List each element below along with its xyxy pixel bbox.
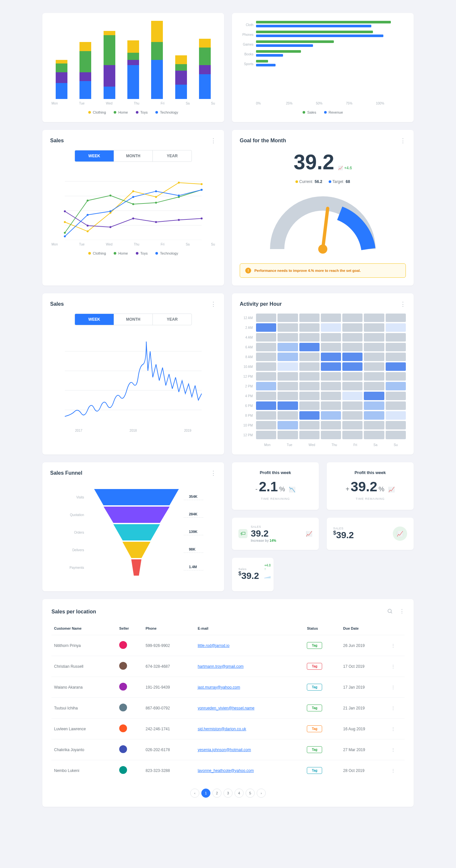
tab-week[interactable]: WEEK	[75, 150, 114, 161]
sales-spark-title: Sales	[50, 301, 216, 307]
row-more-icon[interactable]: ⋮	[391, 747, 395, 752]
status-badge: Tag	[307, 746, 322, 753]
svg-point-32	[201, 189, 203, 191]
email-link[interactable]: yesenia.johnson@hotmail.com	[198, 747, 251, 752]
funnel-chart: Visits 354KQuotation 284KOrders 139KDeli…	[50, 483, 216, 584]
table-row[interactable]: Christian Russell 674-328-4687 hartmann.…	[52, 656, 404, 677]
row-more-icon[interactable]: ⋮	[391, 706, 395, 710]
hbar-card: ClothPhonesGamesBooksSports 0%25%50%75%1…	[232, 13, 414, 122]
page-5[interactable]: 5	[246, 788, 255, 798]
email-link[interactable]: hartmann.troy@gmail.com	[198, 664, 244, 669]
table-row[interactable]: Luvleen Lawrence 242-246-1741 sid.hermis…	[52, 718, 404, 739]
svg-point-30	[155, 190, 157, 192]
svg-point-16	[155, 202, 157, 204]
email-link[interactable]: sid.hermiston@darion.co.uk	[198, 727, 246, 731]
svg-marker-40	[103, 506, 170, 523]
svg-marker-42	[122, 542, 150, 558]
svg-point-20	[87, 225, 89, 227]
tab-week[interactable]: WEEK	[75, 314, 114, 325]
more-icon[interactable]: ⋮	[400, 301, 406, 307]
row-more-icon[interactable]: ⋮	[391, 768, 395, 773]
search-icon[interactable]	[387, 608, 393, 615]
sales-spark-card: Sales ⋮ WEEKMONTHYEAR 201720182019	[42, 293, 224, 455]
page-4[interactable]: 4	[235, 788, 244, 798]
table-row[interactable]: Nitithorn Prinya 599-926-9902 little.rod…	[52, 635, 404, 656]
trend-up-icon: 📈	[388, 487, 395, 493]
sales-table: Customer NameSellerPhoneE-mailStatusDue …	[52, 622, 404, 781]
table-row[interactable]: Tsutsui Ichiha 867-690-0792 vonrueden_vi…	[52, 698, 404, 718]
gauge-chart	[264, 190, 382, 255]
svg-point-5	[64, 221, 66, 223]
tab-year[interactable]: YEAR	[153, 314, 191, 325]
page-2[interactable]: 2	[212, 788, 221, 798]
svg-point-12	[64, 232, 66, 234]
svg-point-23	[155, 221, 157, 223]
page-1[interactable]: 1	[201, 788, 210, 798]
svg-point-24	[178, 219, 180, 221]
stacked-bar-legend: ClothingHomeToysTechnology	[50, 111, 216, 114]
avatar	[119, 766, 127, 774]
more-icon[interactable]: ⋮	[210, 301, 216, 307]
email-link[interactable]: jast.murray@yahoo.com	[198, 685, 240, 689]
table-header-row: Customer NameSellerPhoneE-mailStatusDue …	[52, 622, 404, 635]
hbar-chart: ClothPhonesGamesBooksSports	[240, 21, 406, 99]
svg-point-11	[201, 183, 203, 185]
svg-point-10	[178, 182, 180, 184]
email-link[interactable]: lavonne_heathcote@yahoo.com	[198, 768, 254, 773]
sales-line-card: Sales ⋮ WEEKMONTHYEAR MonTueWedThuFriSaS…	[42, 130, 224, 285]
more-icon[interactable]: ⋮	[399, 608, 404, 615]
page-3[interactable]: 3	[223, 788, 233, 798]
svg-point-15	[132, 203, 134, 205]
svg-point-26	[64, 236, 66, 237]
kpi-profit-up: Profit this week + 39.2 % 📈 TIME REMAINI…	[327, 462, 414, 510]
table-row[interactable]: Waiano Akarana 191-291-9439 jast.murray@…	[52, 677, 404, 698]
avatar	[119, 704, 127, 711]
tab-month[interactable]: MONTH	[114, 314, 153, 325]
email-link[interactable]: little.rod@jarrod.io	[198, 643, 230, 648]
status-badge: Tag	[307, 705, 322, 711]
heatmap-card: Activity per Hour ⋮ 12 AM2 AM4 AM6 AM8 A…	[232, 293, 414, 455]
kpi-sales-dollar: SALES $39.2 📈	[327, 518, 414, 550]
avatar	[119, 745, 127, 753]
warning-icon: !	[245, 268, 251, 274]
row-more-icon[interactable]: ⋮	[391, 727, 395, 731]
spark-chart	[50, 332, 216, 426]
more-icon[interactable]: ⋮	[400, 138, 406, 144]
hbar-legend: SalesRevenue	[240, 111, 406, 114]
sales-line-xaxis: MonTueWedThuFriSaSu	[50, 243, 216, 246]
hbar-xaxis: 0%25%50%75%100%	[256, 101, 406, 105]
stacked-bar-xaxis: MonTueWedThuFriSaSu	[50, 101, 216, 105]
svg-point-6	[87, 230, 89, 232]
more-icon[interactable]: ⋮	[210, 138, 216, 144]
svg-point-25	[201, 217, 203, 219]
kpi-sales-tag: 🏷 SALES 39.2 Increase by 14% 📈	[232, 518, 319, 550]
avatar	[119, 683, 127, 690]
tag-icon: 🏷	[238, 529, 247, 538]
status-badge: Tag	[307, 767, 322, 774]
row-more-icon[interactable]: ⋮	[391, 685, 395, 689]
row-more-icon[interactable]: ⋮	[391, 664, 395, 669]
goal-legend: Current 56.2 Target 68	[240, 179, 406, 184]
svg-line-45	[391, 612, 392, 613]
svg-point-21	[110, 226, 112, 228]
tab-year[interactable]: YEAR	[153, 150, 191, 161]
table-row[interactable]: Nembo Lukeni 823-323-3288 lavonne_heathc…	[52, 760, 404, 781]
stacked-bar-chart	[50, 21, 216, 99]
sales-line-legend: ClothingHomeToysTechnology	[50, 251, 216, 255]
tab-month[interactable]: MONTH	[114, 150, 153, 161]
avatar	[119, 724, 127, 732]
more-icon[interactable]: ⋮	[210, 470, 216, 476]
goal-value: 39.2	[294, 150, 334, 174]
page-next[interactable]: ›	[257, 788, 266, 798]
row-more-icon[interactable]: ⋮	[391, 643, 395, 648]
page-prev[interactable]: ‹	[190, 788, 199, 798]
table-row[interactable]: Chakrika Joyanto 026-202-6178 yesenia.jo…	[52, 739, 404, 760]
kpi-profit-down: Profit this week - 2.1 % 📉 TIME REMAININ…	[232, 462, 319, 510]
stacked-bar-card: MonTueWedThuFriSaSu ClothingHomeToysTech…	[42, 13, 224, 122]
funnel-card: Sales Funnel ⋮ Visits 354KQuotation 284K…	[42, 462, 224, 591]
goal-title: Goal for the Month	[240, 138, 406, 144]
svg-line-33	[323, 208, 328, 249]
email-link[interactable]: vonrueden_vivien@hessel.name	[198, 706, 254, 710]
svg-point-8	[132, 190, 134, 192]
spark-tabs: WEEKMONTHYEAR	[74, 313, 192, 325]
